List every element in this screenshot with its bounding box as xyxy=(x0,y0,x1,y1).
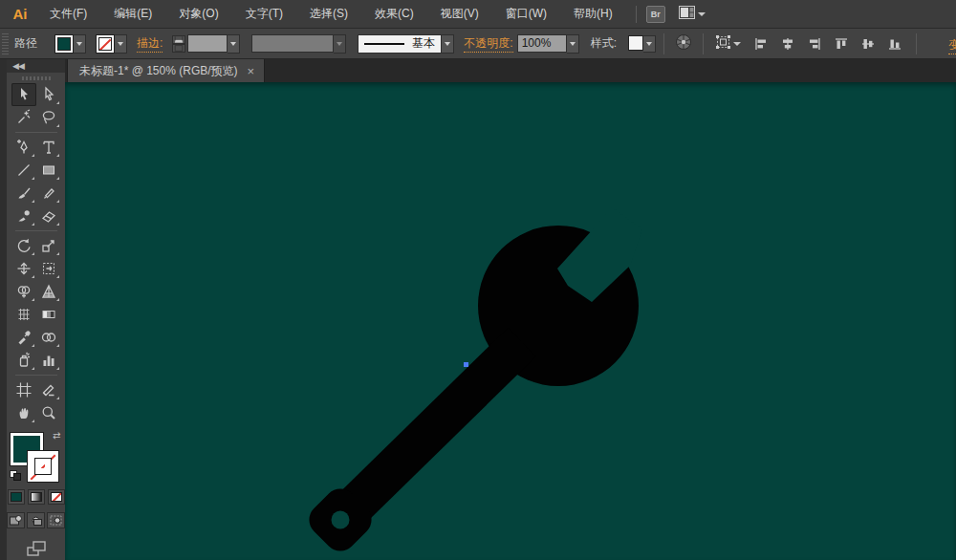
direct-selection-icon xyxy=(40,86,57,103)
opacity-input[interactable]: 100% xyxy=(517,34,567,53)
bridge-button[interactable]: Br xyxy=(646,6,665,23)
align-to-button[interactable] xyxy=(711,33,744,54)
fill-color-swatch[interactable] xyxy=(54,34,74,54)
stroke-dropdown-button[interactable] xyxy=(115,34,127,54)
selection-icon xyxy=(15,86,33,103)
menu-item-4[interactable]: 选择(S) xyxy=(296,0,361,28)
slice-icon xyxy=(40,381,57,398)
stroke-weight-stepper[interactable] xyxy=(172,35,185,53)
stroke-proxy-swatch[interactable] xyxy=(27,450,59,483)
mesh-tool[interactable] xyxy=(11,303,36,326)
tools-collapse-button[interactable]: ◀◀ xyxy=(7,59,65,73)
none-button[interactable] xyxy=(48,489,65,505)
controlbar-divider xyxy=(916,33,917,54)
menu-item-6[interactable]: 视图(V) xyxy=(427,0,492,28)
panel-grip[interactable] xyxy=(2,33,9,54)
brush-definition-dropdown[interactable] xyxy=(334,34,346,54)
screen-mode-button[interactable] xyxy=(26,540,47,560)
line-segment-tool[interactable] xyxy=(11,159,36,182)
draw-inside-button[interactable] xyxy=(47,512,65,528)
vertical-align-center-button[interactable] xyxy=(857,33,880,54)
artboard-canvas[interactable] xyxy=(65,82,956,560)
gradient-button[interactable] xyxy=(28,489,45,505)
shape-builder-tool[interactable] xyxy=(11,280,36,303)
color-button[interactable] xyxy=(8,489,25,505)
selection-tool[interactable] xyxy=(11,83,36,106)
rotate-tool[interactable] xyxy=(11,234,36,257)
pencil-icon xyxy=(40,184,57,202)
horizontal-align-right-button[interactable] xyxy=(803,33,826,54)
stroke-color-swatch[interactable] xyxy=(96,34,115,54)
vertical-align-top-button[interactable] xyxy=(830,33,853,54)
brush-definition-input[interactable] xyxy=(251,34,334,53)
zoom-tool[interactable] xyxy=(36,401,61,424)
stroke-weight-input[interactable] xyxy=(187,34,228,53)
fill-dropdown-button[interactable] xyxy=(74,34,86,54)
workspace-switcher-button[interactable] xyxy=(679,6,706,22)
hand-tool[interactable] xyxy=(11,401,36,424)
draw-normal-button[interactable] xyxy=(7,512,25,528)
tab-close-icon[interactable]: × xyxy=(248,65,255,77)
transform-panel-link[interactable]: 变 xyxy=(948,37,956,54)
paintbrush-tool[interactable] xyxy=(11,182,36,205)
document-tab[interactable]: 未标题-1* @ 150% (RGB/预览) × xyxy=(67,59,265,82)
tools-panel: ◀◀ ⇄ xyxy=(0,59,65,560)
stroke-none-chip xyxy=(98,37,112,51)
blend-tool[interactable] xyxy=(36,326,61,349)
tools-drag-grip[interactable] xyxy=(22,76,51,80)
recolor-artwork-button[interactable] xyxy=(672,33,695,54)
free-transform-tool[interactable] xyxy=(36,257,61,280)
pen-tool[interactable] xyxy=(11,136,36,159)
eraser-icon xyxy=(40,207,57,225)
blend-icon xyxy=(40,329,57,346)
magic-wand-tool[interactable] xyxy=(11,106,36,129)
swap-fill-stroke-icon[interactable]: ⇄ xyxy=(53,430,60,441)
stroke-color-control[interactable] xyxy=(96,34,127,54)
rectangle-tool[interactable] xyxy=(36,159,61,182)
eraser-tool[interactable] xyxy=(36,205,61,227)
menu-item-0[interactable]: 文件(F) xyxy=(36,0,100,28)
perspective-grid-tool[interactable] xyxy=(36,280,61,303)
artboard-tool[interactable] xyxy=(11,378,36,401)
gradient-tool[interactable] xyxy=(36,303,61,326)
column-graph-tool[interactable] xyxy=(36,349,61,372)
style-dropdown[interactable] xyxy=(643,35,656,53)
document-tab-bar: 未标题-1* @ 150% (RGB/预览) × xyxy=(65,59,956,82)
menu-item-8[interactable]: 帮助(H) xyxy=(560,0,626,28)
stroke-weight-dropdown[interactable] xyxy=(228,34,240,54)
eyedropper-tool[interactable] xyxy=(11,326,36,349)
menu-item-3[interactable]: 文字(T) xyxy=(232,0,296,28)
fill-color-control[interactable] xyxy=(54,34,86,54)
fill-stroke-proxy: ⇄ xyxy=(10,430,63,482)
horizontal-align-center-button[interactable] xyxy=(776,33,799,54)
stroke-profile-dropdown[interactable] xyxy=(442,34,454,54)
vertical-align-top-icon xyxy=(834,36,849,52)
menu-item-7[interactable]: 窗口(W) xyxy=(492,0,560,28)
symbol-sprayer-tool[interactable] xyxy=(11,349,36,372)
stepper-up-icon[interactable] xyxy=(172,35,185,44)
stroke-variable-width-profile[interactable]: 基本 xyxy=(358,34,442,54)
horizontal-align-left-button[interactable] xyxy=(750,33,772,54)
pencil-tool[interactable] xyxy=(36,182,61,205)
stroke-panel-link[interactable]: 描边: xyxy=(137,35,163,53)
vertical-align-bottom-button[interactable] xyxy=(883,33,906,54)
direct-selection-tool[interactable] xyxy=(36,83,61,106)
slice-tool[interactable] xyxy=(36,378,61,401)
blob-brush-tool[interactable] xyxy=(11,205,36,227)
menu-bar: Ai 文件(F)编辑(E)对象(O)文字(T)选择(S)效果(C)视图(V)窗口… xyxy=(0,0,956,29)
width-tool[interactable] xyxy=(11,257,36,280)
anchor-point[interactable] xyxy=(464,362,468,367)
stepper-down-icon[interactable] xyxy=(172,44,185,53)
graphic-style-swatch[interactable] xyxy=(628,35,643,51)
lasso-icon xyxy=(40,109,57,126)
draw-behind-button[interactable] xyxy=(27,512,45,528)
menu-item-5[interactable]: 效果(C) xyxy=(361,0,427,28)
menu-item-1[interactable]: 编辑(E) xyxy=(100,0,165,28)
opacity-panel-link[interactable]: 不透明度: xyxy=(464,35,512,53)
lasso-tool[interactable] xyxy=(36,106,61,129)
menu-item-2[interactable]: 对象(O) xyxy=(165,0,231,28)
default-fill-stroke-icon[interactable] xyxy=(10,470,23,482)
scale-tool[interactable] xyxy=(36,234,61,257)
type-tool[interactable] xyxy=(36,136,61,159)
opacity-dropdown[interactable] xyxy=(567,34,579,54)
